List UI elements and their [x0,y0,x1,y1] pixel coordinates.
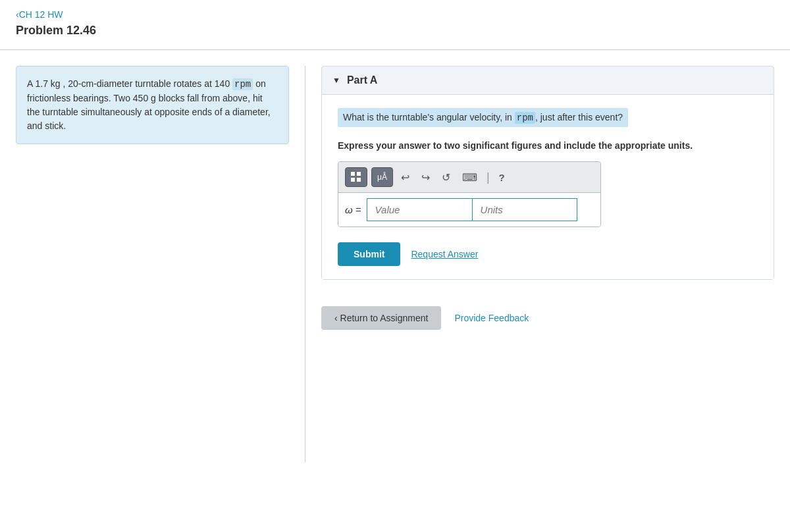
footer-row: ‹ Return to Assignment Provide Feedback [321,306,774,330]
question-container: What is the turntable's angular velocity… [338,108,758,134]
toolbar-separator: | [485,171,491,184]
mu-label: μÅ [377,173,387,182]
matrix-icon [351,172,361,182]
answer-area: What is the turntable's angular velocity… [322,94,774,279]
value-input[interactable] [367,198,472,221]
help-label: ? [499,172,505,183]
matrix-button[interactable] [345,167,367,187]
return-to-assignment-button[interactable]: ‹ Return to Assignment [321,306,441,330]
units-input[interactable] [472,198,577,221]
rpm-highlight: rpm [232,78,253,90]
part-label: Part A [347,74,378,86]
redo-icon: ↪ [421,171,430,184]
instruction-text: Express your answer to two significant f… [338,140,758,151]
request-answer-button[interactable]: Request Answer [411,249,478,259]
right-panel: ▼ Part A What is the turntable's angular… [305,66,774,462]
refresh-button[interactable]: ↺ [438,167,454,187]
input-row: ω = [338,193,600,226]
problem-title: Problem 12.46 [16,24,774,38]
part-header[interactable]: ▼ Part A [322,66,774,94]
refresh-icon: ↺ [442,171,450,184]
toolbar-row: μÅ ↩ ↪ ↺ ⌨ | [338,162,600,193]
header: ‹CH 12 HW Problem 12.46 [0,0,790,43]
submit-row: Submit Request Answer [338,242,758,266]
help-button[interactable]: ? [495,167,509,187]
submit-button[interactable]: Submit [338,242,400,266]
omega-label: ω = [345,198,361,221]
left-panel: A 1.7 kg , 20-cm-diameter turntable rota… [16,66,305,462]
provide-feedback-button[interactable]: Provide Feedback [454,313,529,323]
keyboard-button[interactable]: ⌨ [458,167,481,187]
undo-icon: ↩ [401,171,409,184]
question-text: What is the turntable's angular velocity… [338,108,628,127]
rpm-inline-highlight: rpm [515,112,535,124]
redo-button[interactable]: ↪ [417,167,434,187]
input-toolbar-container: μÅ ↩ ↪ ↺ ⌨ | [338,161,601,227]
problem-text-box: A 1.7 kg , 20-cm-diameter turntable rota… [16,66,289,144]
undo-button[interactable]: ↩ [397,167,413,187]
keyboard-icon: ⌨ [462,171,477,184]
main-content: A 1.7 kg , 20-cm-diameter turntable rota… [0,50,790,478]
back-link[interactable]: ‹CH 12 HW [16,9,63,20]
mu-button[interactable]: μÅ [371,167,393,187]
chevron-icon: ▼ [332,76,340,85]
part-section: ▼ Part A What is the turntable's angular… [321,66,774,280]
